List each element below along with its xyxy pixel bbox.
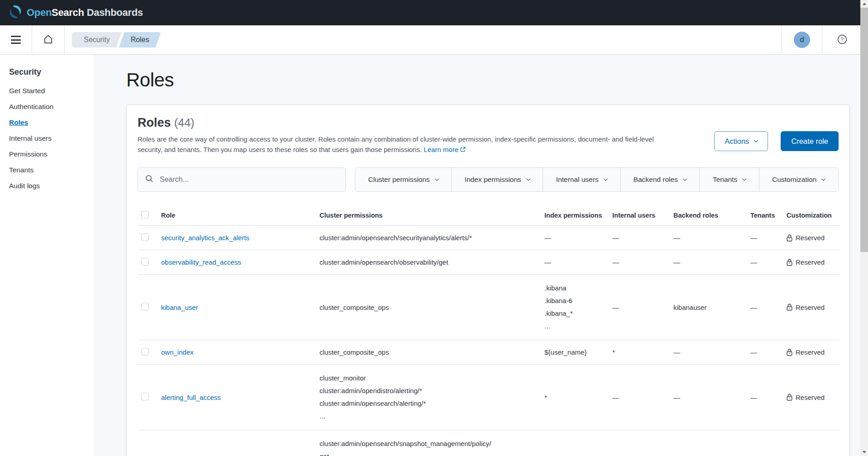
backend-roles-cell: —: [673, 234, 680, 242]
breadcrumb-roles[interactable]: Roles: [119, 32, 161, 48]
index-permissions-cell: ${user_name}: [544, 347, 605, 357]
menu-button[interactable]: [0, 25, 32, 54]
create-role-button[interactable]: Create role: [781, 131, 839, 151]
chevron-down-icon: [821, 176, 826, 181]
column-header-index-permissions: Index permissions: [541, 205, 609, 226]
column-header-internal-users: Internal users: [609, 205, 670, 226]
backend-roles-cell: —: [673, 394, 680, 401]
breadcrumb-security[interactable]: Security: [72, 32, 122, 48]
role-name-link[interactable]: own_index: [161, 348, 194, 356]
role-name-link[interactable]: observability_read_access: [161, 258, 241, 266]
hamburger-icon: [11, 36, 21, 44]
reserved-label: Reserved: [796, 348, 825, 356]
scroll-down-arrow[interactable]: [860, 448, 868, 456]
lock-icon: [787, 234, 792, 242]
help-button[interactable]: ?: [834, 33, 850, 47]
breadcrumb-bar: Security Roles d ?: [0, 25, 860, 55]
index-permissions-cell: —: [544, 233, 605, 242]
sidebar-item-internal-users[interactable]: Internal users: [9, 134, 89, 142]
table-row: own_index cluster_composite_ops ${user_n…: [138, 340, 839, 365]
internal-users-cell: —: [612, 304, 619, 311]
internal-users-cell: —: [612, 234, 619, 242]
content-area: Roles Roles (44) Roles are the core way …: [94, 55, 860, 456]
opensearch-logo[interactable]: OpenSearchDashboards: [8, 5, 143, 21]
reserved-label: Reserved: [796, 304, 825, 311]
chevron-down-icon: [682, 176, 687, 181]
index-permissions-cell: .kibana.kibana-6.kibana_*...: [544, 282, 605, 332]
chevron-down-icon: [526, 176, 530, 181]
chevron-down-icon: [742, 176, 747, 181]
column-header-role: Role: [157, 205, 316, 226]
sidebar-item-tenants[interactable]: Tenants: [9, 166, 89, 174]
sidebar-item-get-started[interactable]: Get Started: [9, 87, 89, 95]
table-header-row: RoleCluster permissionsIndex permissions…: [138, 205, 839, 226]
internal-users-cell: *: [612, 348, 615, 356]
row-checkbox[interactable]: [141, 258, 149, 266]
cluster-permissions-cell: cluster:admin/opensearch/snapshot_manage…: [320, 437, 537, 456]
home-button[interactable]: [32, 25, 64, 54]
vertical-scrollbar[interactable]: [860, 0, 868, 456]
row-checkbox[interactable]: [141, 348, 149, 356]
select-all-checkbox[interactable]: [141, 211, 149, 218]
scrollbar-thumb[interactable]: [860, 8, 868, 252]
panel-head-text: Roles (44) Roles are the core way of con…: [138, 116, 678, 155]
role-name-link[interactable]: kibana_user: [161, 304, 198, 311]
top-header-bar: OpenSearchDashboards: [0, 0, 860, 25]
filter-index-permissions[interactable]: Index permissions: [451, 168, 543, 191]
filter-internal-users[interactable]: Internal users: [543, 168, 620, 191]
actions-button[interactable]: Actions: [714, 131, 768, 151]
tenants-cell: —: [750, 234, 757, 242]
lock-icon: [787, 259, 792, 266]
sidebar-item-roles[interactable]: Roles: [9, 119, 89, 127]
row-checkbox[interactable]: [141, 393, 149, 400]
row-checkbox[interactable]: [141, 233, 149, 241]
backend-roles-cell: —: [673, 348, 680, 356]
filter-group: Cluster permissionsIndex permissionsInte…: [355, 167, 839, 192]
user-avatar[interactable]: d: [794, 32, 810, 48]
filter-backend-roles[interactable]: Backend roles: [620, 168, 699, 191]
divider: [782, 25, 782, 54]
sidebar-item-permissions[interactable]: Permissions: [9, 150, 89, 158]
role-name-link[interactable]: alerting_full_access: [161, 394, 221, 401]
cluster-permissions-cell: cluster:admin/opensearch/securityanalyti…: [320, 233, 537, 242]
reserved-label: Reserved: [796, 258, 825, 266]
security-sidebar: Security Get StartedAuthenticationRolesI…: [0, 55, 94, 456]
column-header-cluster-permissions: Cluster permissions: [316, 205, 541, 226]
row-checkbox[interactable]: [141, 303, 149, 310]
sidebar-nav: Get StartedAuthenticationRolesInternal u…: [9, 87, 89, 190]
filter-tenants[interactable]: Tenants: [699, 168, 758, 191]
filter-row: Cluster permissionsIndex permissionsInte…: [138, 167, 839, 192]
table-row: observability_read_access cluster:admin/…: [138, 250, 839, 275]
internal-users-cell: —: [612, 258, 619, 266]
column-header-backend-roles: Backend roles: [670, 205, 747, 226]
table-row: cluster:admin/opensearch/snapshot_manage…: [138, 430, 839, 456]
lock-icon: [787, 349, 792, 356]
filter-cluster-permissions[interactable]: Cluster permissions: [355, 168, 451, 191]
learn-more-link[interactable]: Learn more: [424, 146, 466, 153]
opensearch-logo-icon: [8, 5, 23, 21]
table-row: alerting_full_access cluster_monitorclus…: [138, 365, 839, 430]
tenants-cell: —: [750, 304, 757, 311]
column-header-customization: Customization: [783, 205, 839, 226]
index-permissions-cell: —: [544, 257, 605, 267]
divider: [822, 25, 822, 54]
opensearch-dashboards-app: OpenSearchDashboards Security Roles d ?: [0, 0, 868, 456]
filter-customization[interactable]: Customization: [759, 168, 838, 191]
role-name-link[interactable]: security_analytics_ack_alerts: [161, 234, 249, 242]
sidebar-item-audit-logs[interactable]: Audit logs: [9, 182, 89, 190]
page-title: Roles: [126, 69, 850, 91]
table-row: security_analytics_ack_alerts cluster:ad…: [138, 226, 839, 250]
panel-action-buttons: Actions Create role: [714, 131, 839, 151]
cluster-permissions-cell: cluster_composite_ops: [320, 303, 537, 312]
roles-table: RoleCluster permissionsIndex permissions…: [138, 205, 839, 456]
search-box: [138, 167, 346, 192]
chevron-down-icon: [754, 138, 758, 142]
internal-users-cell: —: [612, 394, 619, 401]
search-input[interactable]: [159, 175, 338, 184]
reserved-label: Reserved: [796, 394, 825, 401]
panel-description: Roles are the core way of controlling ac…: [138, 134, 678, 155]
scroll-up-arrow[interactable]: [860, 0, 868, 8]
column-header-tenants: Tenants: [747, 205, 783, 226]
sidebar-item-authentication[interactable]: Authentication: [9, 103, 89, 111]
search-icon: [145, 175, 153, 185]
